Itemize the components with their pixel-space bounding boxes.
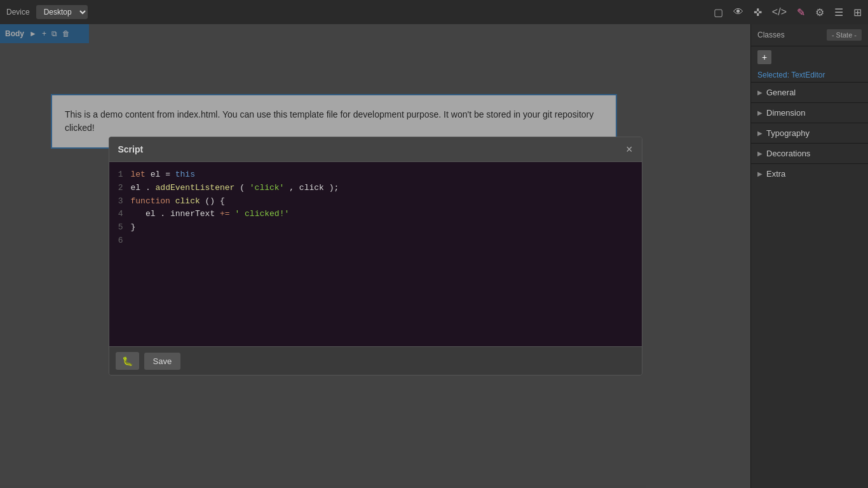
rectangle-icon[interactable]: ▢ — [714, 6, 723, 18]
right-panel: Classes - State - + Selected: TextEditor… — [750, 24, 868, 488]
chevron-dimension-icon: ▶ — [757, 109, 763, 116]
section-typography-label: Typography — [766, 128, 810, 138]
state-button[interactable]: - State - — [827, 29, 862, 41]
code-line-1: 1 let el = this — [114, 168, 637, 182]
device-label: Device — [6, 8, 30, 17]
code-editor[interactable]: 1 let el = this 2 — [109, 162, 642, 346]
code-line-2: 2 el . addEventListener ( 'click' , clic… — [114, 182, 637, 195]
section-general-label: General — [766, 88, 796, 97]
code-line-5: 5 } — [114, 221, 637, 234]
debug-button[interactable]: 🐛 — [116, 352, 139, 370]
script-modal: Script × 1 let el = — [109, 137, 642, 376]
settings-icon[interactable]: ⚙ — [815, 6, 824, 18]
chevron-typography-icon: ▶ — [757, 130, 763, 137]
canvas-area: Body ► + ⧉ 🗑 This is a demo content from… — [0, 24, 750, 488]
main-layout: Body ► + ⧉ 🗑 This is a demo content from… — [0, 24, 868, 488]
add-class-button[interactable]: + — [757, 50, 771, 64]
modal-header: Script × — [109, 137, 642, 162]
classes-label: Classes — [757, 30, 785, 39]
debug-icon: 🐛 — [122, 356, 133, 366]
code-line-4: 4 el . innerText += ' clicked!' — [114, 208, 637, 221]
modal-body: 1 let el = this 2 — [109, 162, 642, 346]
section-decorations[interactable]: ▶ Decorations — [751, 143, 868, 163]
code-icon[interactable]: </> — [772, 6, 787, 18]
toolbar-icons: ▢ 👁 ✜ </> ✎ ⚙ ☰ ⊞ — [714, 6, 862, 18]
section-extra[interactable]: ▶ Extra — [751, 163, 868, 184]
device-select[interactable]: Desktop Tablet Mobile — [36, 5, 88, 19]
section-dimension[interactable]: ▶ Dimension — [751, 102, 868, 123]
chevron-extra-icon: ▶ — [757, 170, 763, 177]
panel-header: Classes - State - — [751, 24, 868, 46]
section-dimension-label: Dimension — [766, 108, 805, 118]
section-general[interactable]: ▶ General — [751, 82, 868, 102]
save-button[interactable]: Save — [144, 353, 181, 370]
selected-value: TextEditor — [791, 71, 825, 79]
modal-title: Script — [118, 144, 144, 154]
menu-icon[interactable]: ☰ — [834, 6, 843, 18]
modal-overlay: Script × 1 let el = — [0, 24, 750, 488]
code-line-6: 6 — [114, 234, 637, 248]
section-decorations-label: Decorations — [766, 149, 810, 158]
section-extra-label: Extra — [766, 169, 785, 179]
expand-icon[interactable]: ✜ — [754, 6, 762, 18]
selected-display: Selected: TextEditor — [751, 68, 868, 82]
modal-close-button[interactable]: × — [626, 144, 633, 155]
chevron-general-icon: ▶ — [757, 89, 763, 96]
eye-icon[interactable]: 👁 — [733, 6, 743, 18]
section-typography[interactable]: ▶ Typography — [751, 123, 868, 143]
modal-footer: 🐛 Save — [109, 346, 642, 375]
top-toolbar: Device Desktop Tablet Mobile ▢ 👁 ✜ </> ✎… — [0, 0, 868, 24]
chevron-decorations-icon: ▶ — [757, 150, 763, 157]
grid-icon[interactable]: ⊞ — [853, 6, 862, 18]
code-line-3: 3 function click () { — [114, 195, 637, 208]
brush-icon[interactable]: ✎ — [797, 6, 805, 18]
selected-label: Selected: — [757, 71, 789, 79]
